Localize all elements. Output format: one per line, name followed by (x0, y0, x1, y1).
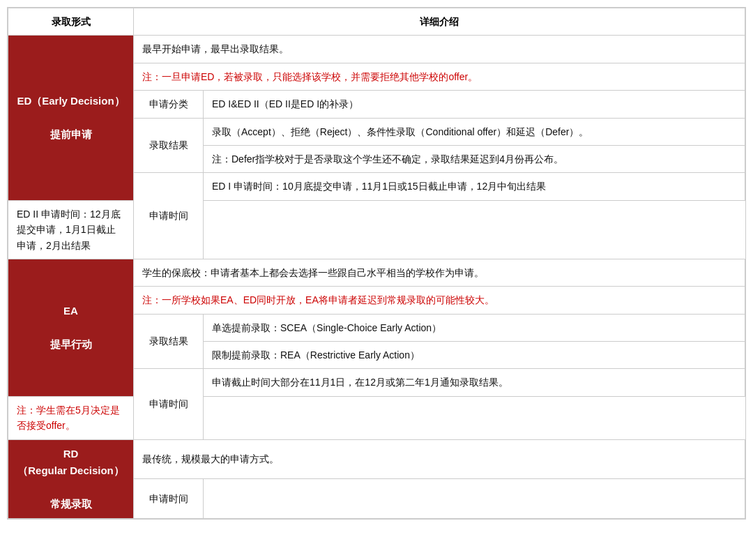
ea-result-content2: 限制提前录取：REA（Restrictive Early Action） (204, 342, 745, 369)
ed-intro-text: 最早开始申请，最早出录取结果。 (134, 36, 745, 63)
ea-result-label: 录取结果 (134, 314, 204, 369)
header-row: 录取形式 详细介绍 (8, 8, 745, 36)
rd-time-label: 申请时间 (134, 479, 204, 519)
rd-label-line3: 常规录取 (17, 496, 125, 513)
ea-time-label: 申请时间 (134, 369, 204, 439)
ed-result-label: 录取结果 (134, 118, 204, 173)
ed-result-content1: 录取（Accept）、拒绝（Reject）、条件性录取（Conditional … (204, 118, 745, 145)
ed-time-label: 申请时间 (134, 173, 204, 259)
rd-label-line2: （Regular Decision） (17, 462, 125, 479)
ea-intro-row: EA 提早行动 学生的保底校：申请者基本上都会去选择一些跟自己水平相当的学校作为… (8, 259, 745, 286)
admission-table: 录取形式 详细介绍 ED（Early Decision） 提前申请 最早开始申请… (8, 8, 745, 519)
ed-section-label: ED（Early Decision） 提前申请 (8, 36, 134, 200)
ed-result-content2: 注：Defer指学校对于是否录取这个学生还不确定，录取结果延迟到4月份再公布。 (204, 145, 745, 172)
ed-label-line2: 提前申请 (17, 126, 125, 143)
ea-time-note-row: 注：学生需在5月决定是否接受offer。 (8, 396, 745, 439)
ed-intro-row: ED（Early Decision） 提前申请 最早开始申请，最早出录取结果。 (8, 36, 745, 63)
ea-section-label: EA 提早行动 (8, 259, 134, 396)
rd-section-label: RD （Regular Decision） 常规录取 (8, 439, 134, 518)
ea-result-content1: 单选提前录取：SCEA（Single-Choice Early Action） (204, 314, 745, 341)
ea-label-line1: EA (17, 303, 125, 319)
ea-intro-text: 学生的保底校：申请者基本上都会去选择一些跟自己水平相当的学校作为申请。 (134, 259, 745, 286)
ea-time-content1: 申请截止时间大部分在11月1日，在12月或第二年1月通知录取结果。 (204, 369, 745, 396)
rd-time-content (204, 479, 745, 519)
ed-note-text: 注：一旦申请ED，若被录取，只能选择该学校，并需要拒绝其他学校的offer。 (134, 63, 745, 90)
ea-label-line2: 提早行动 (17, 336, 125, 353)
ed-label-line1: ED（Early Decision） (17, 93, 125, 109)
ed-category-content: ED I&ED II（ED II是ED I的补录） (204, 91, 745, 118)
main-table-wrapper: 录取形式 详细介绍 ED（Early Decision） 提前申请 最早开始申请… (7, 7, 746, 520)
ed-time-content2: ED II 申请时间：12月底提交申请，1月1日截止申请，2月出结果 (8, 200, 134, 259)
col-header-type: 录取形式 (8, 8, 134, 36)
ed-category-label: 申请分类 (134, 91, 204, 118)
rd-intro-row: RD （Regular Decision） 常规录取 最传统，规模最大的申请方式… (8, 439, 745, 479)
col-header-detail: 详细介绍 (134, 8, 745, 36)
rd-intro-text: 最传统，规模最大的申请方式。 (134, 439, 745, 479)
ea-note-text: 注：一所学校如果EA、ED同时开放，EA将申请者延迟到常规录取的可能性较大。 (134, 287, 745, 314)
ed-time-content1: ED I 申请时间：10月底提交申请，11月1日或15日截止申请，12月中旬出结… (204, 173, 745, 200)
ed-time-row2: ED II 申请时间：12月底提交申请，1月1日截止申请，2月出结果 (8, 200, 745, 259)
rd-label-line1: RD (17, 446, 125, 462)
ea-time-note: 注：学生需在5月决定是否接受offer。 (8, 396, 134, 439)
